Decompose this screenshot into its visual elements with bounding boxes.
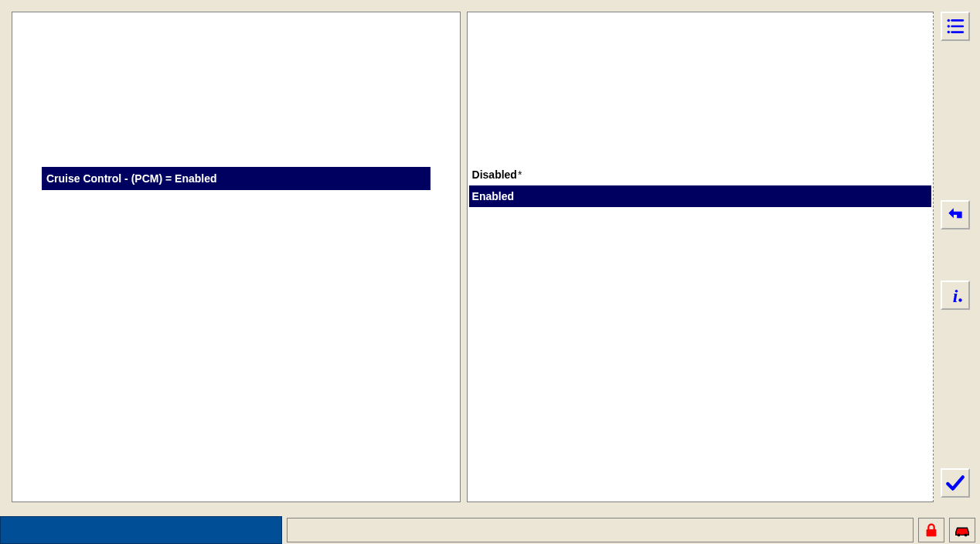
status-bar: [0, 516, 980, 544]
status-progress: [0, 516, 282, 544]
default-star-icon: *: [518, 168, 522, 181]
checkmark-icon: [945, 473, 965, 493]
back-button[interactable]: [941, 200, 970, 230]
svg-point-7: [958, 298, 961, 301]
back-arrow-icon: [945, 205, 965, 225]
list-icon: [945, 16, 965, 36]
svg-point-9: [958, 534, 961, 537]
info-button[interactable]: i: [941, 280, 970, 310]
option-panel: Disabled* Enabled: [467, 12, 934, 502]
apply-button[interactable]: [941, 468, 970, 498]
option-list: Disabled* Enabled: [469, 164, 931, 207]
svg-point-2: [948, 25, 950, 27]
svg-rect-8: [927, 529, 937, 536]
option-row-enabled[interactable]: Enabled: [469, 185, 931, 207]
car-icon: [954, 522, 971, 539]
status-message: [287, 518, 914, 542]
svg-text:i: i: [953, 285, 958, 304]
vehicle-indicator[interactable]: [949, 518, 975, 542]
svg-point-10: [965, 534, 968, 537]
info-icon: i: [945, 285, 965, 305]
option-row-disabled[interactable]: Disabled*: [469, 164, 931, 185]
menu-button[interactable]: [941, 12, 970, 41]
lock-indicator[interactable]: [918, 518, 944, 542]
parameter-row-cruise-control[interactable]: Cruise Control - (PCM) = Enabled: [42, 167, 430, 190]
option-label: Enabled: [472, 190, 514, 202]
option-label: Disabled: [472, 168, 517, 181]
svg-point-0: [948, 19, 950, 22]
svg-point-4: [948, 31, 950, 33]
lock-icon: [923, 522, 940, 539]
parameter-panel: Cruise Control - (PCM) = Enabled: [12, 12, 461, 502]
sidebar-toolbar: i: [937, 12, 974, 502]
